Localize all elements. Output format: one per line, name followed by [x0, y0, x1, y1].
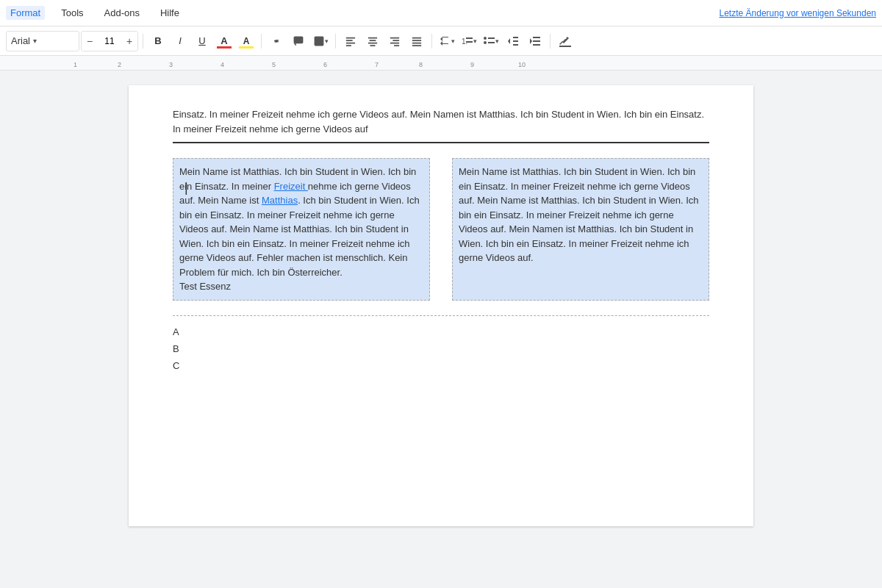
line-spacing-button[interactable]: ▾ [437, 31, 457, 51]
ruler-tick-6: 6 [323, 61, 327, 68]
document-area: | Einsatz. In meiner Freizeit nehme ich … [0, 71, 882, 588]
list-item-a: A [173, 323, 709, 340]
left-col-last-word: Test Essenz [179, 281, 231, 292]
left-column[interactable]: Mein Name ist Matthias. Ich bin Student … [173, 158, 430, 301]
svg-rect-7 [368, 37, 377, 38]
list-item-b: B [173, 340, 709, 357]
last-saved-label: Letzte Änderung vor wenigen Sekunden [720, 8, 877, 18]
font-size-input[interactable] [98, 36, 121, 46]
svg-rect-20 [466, 37, 473, 39]
image-icon [313, 35, 325, 47]
comment-button[interactable] [288, 31, 309, 51]
svg-point-24 [484, 41, 487, 44]
ruler-tick-2: 2 [118, 61, 121, 68]
decrease-indent-button[interactable] [503, 31, 523, 51]
line-spacing-dropdown-icon: ▾ [451, 37, 455, 45]
bold-button[interactable]: B [148, 31, 168, 51]
ruler-tick-10: 10 [518, 61, 526, 68]
toolbar-divider-5 [550, 34, 551, 49]
header-text-content: Einsatz. In meiner Freizeit nehme ich ge… [173, 109, 704, 135]
svg-rect-18 [412, 45, 421, 46]
align-center-button[interactable] [362, 31, 383, 51]
svg-point-22 [484, 37, 487, 40]
freizeit-link[interactable]: Freizeit [274, 181, 308, 192]
svg-rect-23 [488, 37, 495, 39]
svg-rect-21 [466, 41, 473, 43]
right-column[interactable]: Mein Name ist Matthias. Ich bin Student … [452, 158, 709, 301]
svg-rect-25 [488, 42, 495, 43]
highlight-label: A [243, 36, 250, 46]
font-color-indicator [217, 46, 232, 49]
ruler-tick-1: 1 [74, 61, 77, 68]
matthias-link[interactable]: Matthias [262, 195, 298, 206]
image-dropdown-icon: ▾ [325, 37, 329, 45]
svg-rect-8 [370, 40, 376, 41]
image-button[interactable]: ▾ [310, 31, 331, 51]
align-left-icon [345, 36, 356, 46]
numbered-list-dropdown-icon: ▾ [473, 37, 477, 45]
align-left-button[interactable] [340, 31, 361, 51]
svg-rect-26 [559, 46, 571, 47]
increase-indent-button[interactable] [525, 31, 545, 51]
svg-rect-0 [294, 36, 304, 43]
right-col-text: Mein Name ist Matthias. Ich bin Student … [459, 166, 699, 263]
header-text-block[interactable]: Einsatz. In meiner Freizeit nehme ich ge… [173, 107, 709, 143]
svg-rect-3 [346, 37, 355, 38]
toolbar-divider-3 [335, 34, 336, 49]
align-right-icon [390, 36, 400, 46]
menu-bar: Format Tools Add-ons Hilfe Letzte Änderu… [0, 0, 882, 26]
svg-rect-14 [394, 45, 399, 46]
ruler-tick-7: 7 [375, 61, 379, 68]
list-section: A B C [173, 315, 709, 375]
bullet-list-dropdown-icon: ▾ [495, 37, 499, 45]
page[interactable]: | Einsatz. In meiner Freizeit nehme ich … [129, 85, 753, 526]
numbered-list-button[interactable]: 1. ▾ [459, 31, 479, 51]
increase-indent-icon [529, 35, 541, 47]
underline-button[interactable]: U [192, 31, 212, 51]
justify-icon [412, 36, 422, 46]
list-item-c: C [173, 357, 709, 374]
svg-rect-11 [390, 37, 399, 38]
ruler-tick-5: 5 [272, 61, 276, 68]
italic-button[interactable]: I [170, 31, 190, 51]
ruler-tick-9: 9 [470, 61, 474, 68]
left-col-text-3: . Ich bin Student in Wien. Ich bin ein E… [179, 195, 420, 278]
toolbar-divider-4 [431, 34, 432, 49]
svg-rect-15 [412, 37, 421, 38]
ruler: 1 2 3 4 5 6 7 8 9 10 [0, 56, 882, 71]
svg-point-2 [316, 38, 318, 40]
align-center-icon [368, 36, 378, 46]
menu-format[interactable]: Format [6, 6, 45, 20]
font-family-selector[interactable]: Arial ▾ [6, 31, 79, 51]
svg-rect-4 [346, 40, 353, 41]
comment-icon [293, 35, 304, 47]
svg-rect-12 [392, 40, 399, 41]
line-spacing-icon [440, 35, 451, 47]
clear-formatting-button[interactable] [555, 31, 576, 51]
menu-tools[interactable]: Tools [57, 6, 87, 20]
svg-rect-6 [346, 45, 351, 46]
cursor-indicator: | [184, 181, 188, 194]
ruler-inner: 1 2 3 4 5 6 7 8 9 10 [74, 56, 882, 70]
align-right-button[interactable] [384, 31, 405, 51]
numbered-list-icon: 1. [462, 35, 473, 47]
font-size-increase-button[interactable]: + [121, 31, 137, 51]
svg-rect-5 [346, 42, 355, 43]
justify-button[interactable] [406, 31, 427, 51]
bullet-list-icon [484, 35, 495, 47]
menu-hilfe[interactable]: Hilfe [156, 6, 184, 20]
svg-rect-10 [370, 45, 376, 46]
link-button[interactable] [266, 31, 287, 51]
font-color-button[interactable]: A [214, 31, 234, 51]
menu-addons[interactable]: Add-ons [100, 6, 144, 20]
font-size-control: − + [81, 31, 138, 51]
toolbar-divider-2 [261, 34, 262, 49]
toolbar: Arial ▾ − + B I U A A ▾ [0, 26, 882, 56]
highlight-button[interactable]: A [236, 31, 257, 51]
font-size-decrease-button[interactable]: − [82, 31, 98, 51]
ruler-tick-3: 3 [169, 61, 173, 68]
bullet-list-button[interactable]: ▾ [481, 31, 501, 51]
highlight-color-indicator [239, 46, 254, 49]
two-column-section: Mein Name ist Matthias. Ich bin Student … [173, 158, 709, 301]
svg-rect-16 [412, 40, 421, 41]
